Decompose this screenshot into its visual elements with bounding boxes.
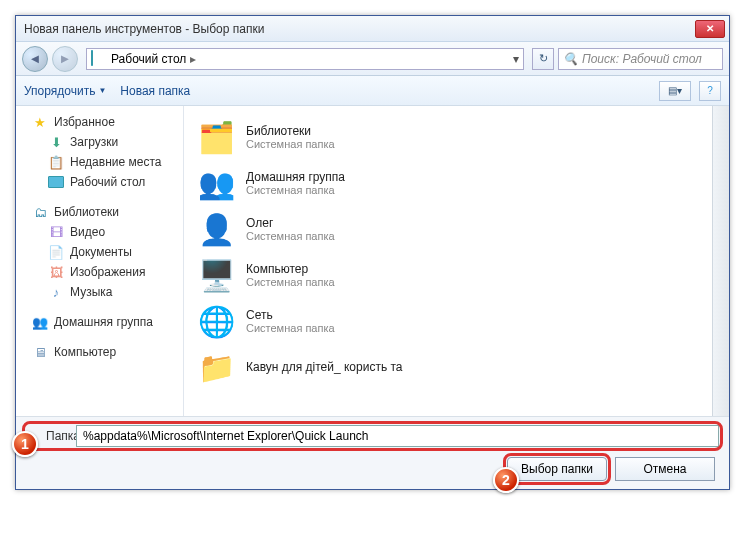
folder-path-input[interactable] bbox=[76, 425, 719, 447]
sidebar-item-downloads[interactable]: ⬇Загрузки bbox=[16, 132, 183, 152]
homegroup-icon: 👥 bbox=[196, 163, 236, 203]
content-item-network[interactable]: 🌐 СетьСистемная папка bbox=[196, 298, 717, 344]
titlebar: Новая панель инструментов - Выбор папки … bbox=[16, 16, 729, 42]
view-mode-button[interactable]: ▤▾ bbox=[659, 81, 691, 101]
libraries-icon: 🗂️ bbox=[196, 117, 236, 157]
libraries-icon: 🗂 bbox=[32, 204, 48, 220]
content-item-homegroup[interactable]: 👥 Домашняя группаСистемная папка bbox=[196, 160, 717, 206]
refresh-button[interactable]: ↻ bbox=[532, 48, 554, 70]
sidebar-item-pictures[interactable]: 🖼Изображения bbox=[16, 262, 183, 282]
toolbar: Упорядочить ▼ Новая папка ▤▾ ? bbox=[16, 76, 729, 106]
content-item-libraries[interactable]: 🗂️ БиблиотекиСистемная папка bbox=[196, 114, 717, 160]
sidebar-libraries[interactable]: 🗂 Библиотеки bbox=[16, 202, 183, 222]
back-button[interactable]: ◄ bbox=[22, 46, 48, 72]
sidebar-libraries-group: 🗂 Библиотеки 🎞Видео 📄Документы 🖼Изображе… bbox=[16, 202, 183, 302]
sidebar-homegroup-group: 👥 Домашняя группа bbox=[16, 312, 183, 332]
sidebar-item-music[interactable]: ♪Музыка bbox=[16, 282, 183, 302]
sidebar-favorites[interactable]: ★ Избранное bbox=[16, 112, 183, 132]
nav-bar: ◄ ► Рабочий стол ▸ ▾ ↻ 🔍 Поиск: Рабочий … bbox=[16, 42, 729, 76]
desktop-icon bbox=[48, 174, 64, 190]
sidebar-item-video[interactable]: 🎞Видео bbox=[16, 222, 183, 242]
footer: 1 Папка: 2 Выбор папки Отмена bbox=[16, 416, 729, 489]
cancel-button[interactable]: Отмена bbox=[615, 457, 715, 481]
sidebar-homegroup[interactable]: 👥 Домашняя группа bbox=[16, 312, 183, 332]
computer-icon: 🖥 bbox=[32, 344, 48, 360]
forward-button[interactable]: ► bbox=[52, 46, 78, 72]
address-location: Рабочий стол bbox=[111, 52, 186, 66]
body-area: ★ Избранное ⬇Загрузки 📋Недавние места Ра… bbox=[16, 106, 729, 416]
music-icon: ♪ bbox=[48, 284, 64, 300]
search-placeholder: Поиск: Рабочий стол bbox=[582, 52, 702, 66]
help-button[interactable]: ? bbox=[699, 81, 721, 101]
list-icon: ▤▾ bbox=[668, 85, 682, 96]
scrollbar[interactable] bbox=[712, 106, 729, 416]
annotation-badge-2: 2 bbox=[493, 467, 519, 493]
user-icon: 👤 bbox=[196, 209, 236, 249]
sidebar-favorites-group: ★ Избранное ⬇Загрузки 📋Недавние места Ра… bbox=[16, 112, 183, 192]
dropdown-arrow-icon: ▼ bbox=[98, 86, 106, 95]
arrow-right-icon: ► bbox=[59, 51, 72, 66]
select-folder-button[interactable]: Выбор папки bbox=[507, 457, 607, 481]
sidebar-item-documents[interactable]: 📄Документы bbox=[16, 242, 183, 262]
toolbar-right: ▤▾ ? bbox=[659, 81, 721, 101]
folder-picker-window: Новая панель инструментов - Выбор папки … bbox=[15, 15, 730, 490]
search-icon: 🔍 bbox=[563, 52, 578, 66]
folder-input-row: 1 Папка: bbox=[26, 425, 719, 447]
document-icon: 📄 bbox=[48, 244, 64, 260]
annotation-badge-1: 1 bbox=[12, 431, 38, 457]
content-item-user[interactable]: 👤 ОлегСистемная папка bbox=[196, 206, 717, 252]
address-bar[interactable]: Рабочий стол ▸ ▾ bbox=[86, 48, 524, 70]
sidebar-item-recent[interactable]: 📋Недавние места bbox=[16, 152, 183, 172]
content-pane: 🗂️ БиблиотекиСистемная папка 👥 Домашняя … bbox=[184, 106, 729, 416]
download-icon: ⬇ bbox=[48, 134, 64, 150]
help-icon: ? bbox=[707, 85, 713, 96]
computer-icon: 🖥️ bbox=[196, 255, 236, 295]
button-row: 2 Выбор папки Отмена bbox=[26, 457, 719, 481]
folder-icon: 📁 bbox=[196, 347, 236, 387]
close-button[interactable]: ✕ bbox=[695, 20, 725, 38]
refresh-icon: ↻ bbox=[539, 52, 548, 65]
network-icon: 🌐 bbox=[196, 301, 236, 341]
sidebar-computer[interactable]: 🖥 Компьютер bbox=[16, 342, 183, 362]
homegroup-icon: 👥 bbox=[32, 314, 48, 330]
close-icon: ✕ bbox=[706, 23, 714, 34]
dropdown-arrow-icon[interactable]: ▾ bbox=[513, 52, 519, 66]
star-icon: ★ bbox=[32, 114, 48, 130]
content-item-computer[interactable]: 🖥️ КомпьютерСистемная папка bbox=[196, 252, 717, 298]
sidebar: ★ Избранное ⬇Загрузки 📋Недавние места Ра… bbox=[16, 106, 184, 416]
video-icon: 🎞 bbox=[48, 224, 64, 240]
sidebar-computer-group: 🖥 Компьютер bbox=[16, 342, 183, 362]
organize-button[interactable]: Упорядочить ▼ bbox=[24, 84, 106, 98]
breadcrumb-arrow-icon: ▸ bbox=[190, 52, 196, 66]
arrow-left-icon: ◄ bbox=[29, 51, 42, 66]
sidebar-item-desktop[interactable]: Рабочий стол bbox=[16, 172, 183, 192]
new-folder-button[interactable]: Новая папка bbox=[120, 84, 190, 98]
search-box[interactable]: 🔍 Поиск: Рабочий стол bbox=[558, 48, 723, 70]
recent-icon: 📋 bbox=[48, 154, 64, 170]
window-title: Новая панель инструментов - Выбор папки bbox=[24, 22, 695, 36]
picture-icon: 🖼 bbox=[48, 264, 64, 280]
desktop-icon bbox=[91, 51, 107, 67]
content-item-folder[interactable]: 📁 Кавун для дітей_ користь та bbox=[196, 344, 717, 390]
